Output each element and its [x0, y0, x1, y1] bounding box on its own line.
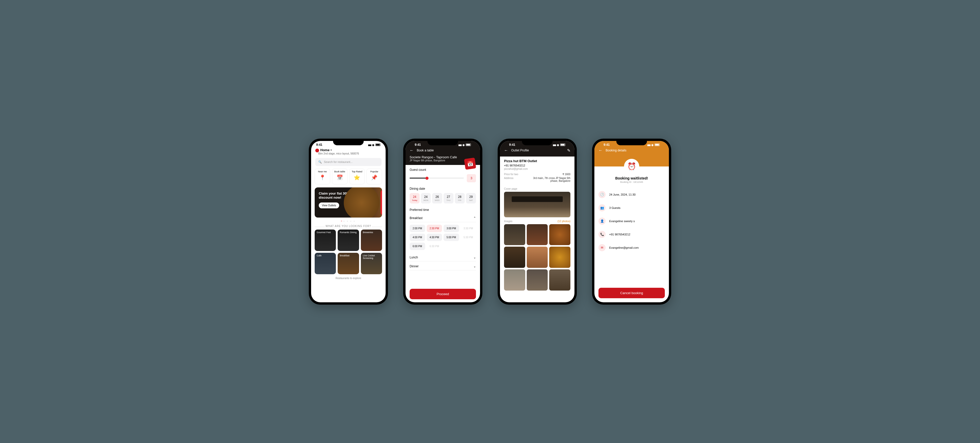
status-avatar: ⏰ — [624, 159, 639, 174]
photos-count-link[interactable]: (12 photos) — [557, 220, 570, 223]
outlet-phone: +91 9876543212 — [504, 164, 570, 167]
cancel-booking-button[interactable]: Cancel booking — [598, 288, 665, 298]
booking-guests: 3 Guests — [609, 206, 620, 209]
guest-count-value: 3 — [467, 174, 476, 182]
category-label: Breweries — [363, 231, 380, 234]
gallery-image[interactable] — [549, 224, 570, 245]
gallery-image[interactable] — [504, 247, 525, 268]
search-placeholder: Search for restaurant... — [324, 160, 353, 163]
mail-icon: ✉ — [598, 244, 606, 251]
category-breakfast[interactable]: Breakfast — [338, 253, 359, 274]
section-heading: WHAT ARE YOU LOOKING FOR? — [311, 224, 386, 229]
explore-heading: Restaurants to explore — [311, 274, 386, 282]
gallery-image[interactable] — [504, 269, 525, 290]
category-cricket[interactable]: Live Cricket Screening — [361, 253, 382, 274]
back-button[interactable] — [598, 148, 603, 153]
date-num: 28 — [455, 195, 464, 199]
time-chip: 3:30 PM — [461, 225, 476, 232]
time-chip[interactable]: 3:00 PM — [444, 225, 459, 232]
category-gourmet[interactable]: Gourmet Fest — [315, 229, 336, 251]
time-chip[interactable]: 2:00 PM — [410, 225, 425, 232]
meal-label: Lunch — [410, 256, 418, 259]
price-value: ₹ 1600 — [563, 173, 570, 176]
date-chip[interactable]: 24Today — [410, 193, 420, 204]
date-day: FRI — [455, 199, 464, 201]
time-chip[interactable]: 6:00 PM — [410, 242, 425, 250]
quick-near-me[interactable]: Near me📍 — [315, 169, 330, 184]
status-bar: 9:41 — [311, 141, 386, 147]
phone-icon: 📞 — [598, 231, 606, 238]
quick-label: Book table — [333, 170, 346, 173]
slider-thumb[interactable] — [425, 177, 428, 180]
promo-next-peek[interactable] — [380, 190, 382, 215]
time-chip: 6:30 PM — [427, 242, 442, 250]
date-chip[interactable]: 28FRI — [455, 193, 465, 204]
restaurant-name: Societe Rangoo - Taproom Cafe — [410, 155, 476, 159]
booking-name-row: 👤 Evangeline sweety s — [598, 215, 665, 228]
date-day: WED — [433, 199, 442, 201]
proceed-button[interactable]: Proceed — [410, 289, 476, 299]
alarm-clock-icon: ⏰ — [627, 162, 636, 171]
search-icon: 🔍 — [318, 160, 322, 164]
promo-banner[interactable]: Claim your flat 30% discount now! View O… — [315, 187, 382, 218]
quick-top-rated[interactable]: Top Rated⭐ — [349, 169, 365, 184]
gallery-image[interactable] — [549, 269, 570, 290]
signal-icon — [368, 143, 371, 147]
location-pin-icon: ⬤ — [315, 148, 319, 152]
category-breweries[interactable]: Breweries — [361, 229, 382, 251]
signal-icon — [553, 143, 556, 147]
booking-guests-row: 👥 3 Guests — [598, 201, 665, 215]
category-cafe[interactable]: Cafe — [315, 253, 336, 274]
guest-slider[interactable] — [410, 178, 464, 178]
battery-icon — [655, 143, 660, 146]
battery-icon — [375, 143, 380, 146]
battery-icon — [466, 143, 471, 146]
outlet-email: pizzahut@gmail.com — [504, 167, 570, 170]
battery-icon — [560, 143, 565, 146]
gallery-image[interactable] — [527, 224, 548, 245]
carousel-dots[interactable]: ━ ● ● ● ● — [311, 219, 386, 224]
date-chip[interactable]: 26WED — [432, 193, 442, 204]
status-time: 9:41 — [415, 143, 421, 147]
screen-title: Book a table — [417, 148, 434, 152]
booking-email: Evangeline@gmail.com — [609, 246, 639, 249]
date-chip[interactable]: 29SAT — [466, 193, 476, 204]
edit-button[interactable] — [567, 148, 570, 153]
cover-image[interactable] — [504, 192, 570, 217]
quick-popular[interactable]: Popular📌 — [366, 169, 382, 184]
date-chip[interactable]: 27THU — [444, 193, 453, 204]
quick-book-table[interactable]: Book table📅 — [332, 169, 348, 184]
back-button[interactable] — [410, 148, 414, 153]
quick-label: Near me — [316, 170, 329, 173]
gallery-image[interactable] — [527, 247, 548, 268]
category-label: Breakfast — [340, 254, 357, 257]
booking-id: Booking ID : GE12345 — [594, 181, 669, 183]
time-chip[interactable]: 4:00 PM — [410, 234, 425, 241]
screen-title: Outlet Profile — [511, 148, 529, 152]
user-icon: 👤 — [598, 218, 606, 225]
time-chip[interactable]: 2:30 PM — [427, 225, 442, 232]
search-input[interactable]: 🔍 Search for restaurant... — [315, 158, 382, 166]
time-chip[interactable]: 5:00 PM — [444, 234, 459, 241]
status-bar: 9:41 — [598, 141, 665, 147]
status-bar: 9:41 — [410, 141, 476, 147]
date-num: 26 — [433, 195, 442, 199]
meal-dinner-header[interactable]: Dinner — [410, 263, 476, 270]
time-chip[interactable]: 4:30 PM — [427, 234, 442, 241]
view-outlets-button[interactable]: View Outlets — [319, 202, 339, 208]
meal-breakfast-header[interactable]: Breakfast — [410, 214, 476, 222]
location-selector[interactable]: ⬤ Home ▾ — [311, 147, 386, 152]
chevron-up-icon — [473, 216, 476, 220]
date-day: Today — [410, 199, 419, 201]
back-button[interactable] — [504, 148, 508, 153]
date-day: MON — [422, 199, 430, 201]
meal-lunch-header[interactable]: Lunch — [410, 253, 476, 261]
gallery-image[interactable] — [527, 269, 548, 290]
date-num: 27 — [444, 195, 453, 199]
gallery-image[interactable] — [504, 224, 525, 245]
status-bar: 9:41 — [504, 141, 570, 147]
date-chip[interactable]: 24MON — [421, 193, 431, 204]
pushpin-icon: 📌 — [371, 174, 378, 181]
category-romantic[interactable]: Romantic Dining — [338, 229, 359, 251]
gallery-image[interactable] — [549, 247, 570, 268]
